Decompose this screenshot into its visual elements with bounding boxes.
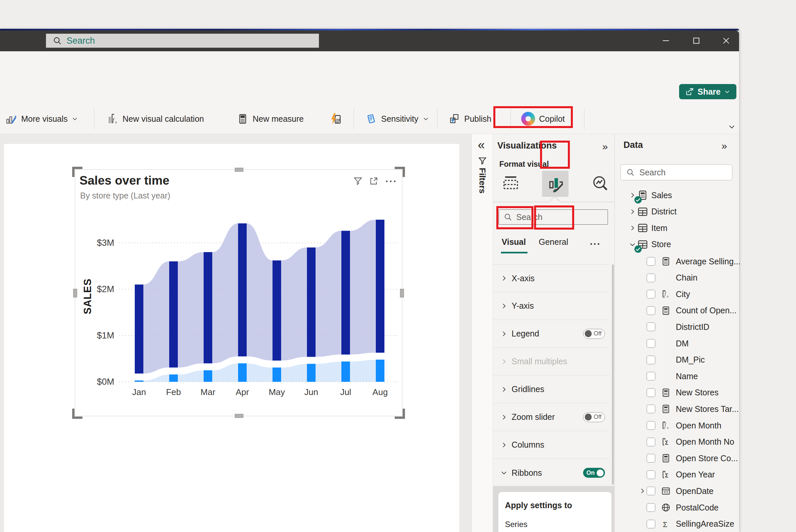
field-row[interactable]: ΣSellingAreaSize xyxy=(638,516,735,532)
field-row[interactable]: PostalCode xyxy=(638,499,719,515)
section-ribbons[interactable]: Ribbons On xyxy=(493,459,610,487)
tab-visual[interactable]: Visual xyxy=(502,237,526,247)
table-row[interactable]: Sales xyxy=(628,187,672,203)
scrollbar[interactable] xyxy=(612,264,614,485)
field-row[interactable]: OpenDate xyxy=(638,483,713,499)
section-legend[interactable]: Legend Off xyxy=(493,320,610,348)
field-row[interactable]: DM xyxy=(638,336,689,352)
section-x-axis[interactable]: X-axis xyxy=(493,264,610,292)
y-tick-label: $0M xyxy=(97,377,114,387)
field-row[interactable]: Average Selling... xyxy=(638,253,741,269)
section-gridlines[interactable]: Gridlines xyxy=(493,376,610,403)
field-row[interactable]: fxCity xyxy=(638,286,690,302)
sigma-icon: Σ xyxy=(661,519,671,529)
minimize-icon[interactable] xyxy=(660,35,671,46)
field-checkbox[interactable] xyxy=(647,290,655,299)
tab-general[interactable]: General xyxy=(539,237,568,247)
field-row[interactable]: ΣOpen Month No xyxy=(638,434,735,450)
field-checkbox[interactable] xyxy=(647,372,655,380)
field-name: DistrictID xyxy=(676,322,709,332)
more-options-icon[interactable] xyxy=(590,243,599,245)
legend-toggle[interactable]: Off xyxy=(583,329,605,339)
filters-pane-label: Filters xyxy=(477,168,487,193)
ribbon-chart-visual[interactable]: Sales over time By store type (Last year… xyxy=(75,170,402,416)
close-icon[interactable] xyxy=(721,35,732,46)
field-checkbox[interactable] xyxy=(647,306,655,315)
more-visuals-button[interactable]: More visuals xyxy=(5,104,78,133)
field-row[interactable]: Count of Open... xyxy=(638,303,736,319)
field-row[interactable]: DM_Pic xyxy=(638,352,705,368)
field-checkbox[interactable] xyxy=(647,438,655,446)
field-checkbox[interactable] xyxy=(647,273,655,282)
svg-text:Σ: Σ xyxy=(665,472,668,479)
quick-measure-button[interactable] xyxy=(329,104,342,133)
field-checkbox[interactable] xyxy=(647,388,655,397)
field-row[interactable]: DistrictID xyxy=(638,319,709,335)
publish-button[interactable]: Publish xyxy=(448,104,491,133)
section-zoom-slider[interactable]: Zoom slider Off xyxy=(493,403,610,431)
chevron-right-icon[interactable] xyxy=(628,208,637,215)
collapse-pane-icon[interactable]: « xyxy=(478,139,485,151)
field-row[interactable]: New Stores xyxy=(638,385,719,401)
format-visual-tab[interactable] xyxy=(542,171,568,197)
no-icon xyxy=(661,322,671,332)
field-checkbox[interactable] xyxy=(647,257,655,266)
ribbon-chart[interactable]: $0M$1M$2M$3MJanFebMarAprMayJunJulAugSALE… xyxy=(75,170,402,416)
chevron-right-icon xyxy=(500,414,508,421)
table-row[interactable]: Item xyxy=(628,220,668,236)
field-row[interactable]: New Stores Tar... xyxy=(638,401,739,417)
ribbons-settings-region: Apply settings to Series All xyxy=(493,486,614,532)
ribbons-toggle[interactable]: On xyxy=(583,468,605,478)
table-row[interactable]: Store xyxy=(628,236,671,252)
chevron-down-icon xyxy=(500,469,508,476)
data-pane: Data » Search SalesDistrictItemStoreAver… xyxy=(615,134,739,532)
field-checkbox[interactable] xyxy=(647,421,655,430)
field-name: Open Year xyxy=(676,470,715,479)
navy-bar xyxy=(238,223,247,356)
blue-bar xyxy=(272,367,281,382)
annotation-visual-tab xyxy=(496,206,533,229)
no-icon xyxy=(661,371,671,381)
analytics-tab[interactable] xyxy=(591,174,609,192)
report-canvas[interactable]: Sales over time By store type (Last year… xyxy=(4,144,459,532)
sensitivity-button[interactable]: Sensitivity xyxy=(365,104,429,133)
field-name: DM_Pic xyxy=(676,355,705,365)
field-checkbox[interactable] xyxy=(647,356,655,364)
field-checkbox[interactable] xyxy=(647,405,655,413)
chevron-right-icon[interactable] xyxy=(638,487,647,495)
section-y-axis[interactable]: Y-axis xyxy=(493,292,610,320)
new-measure-label: New measure xyxy=(253,114,304,124)
field-checkbox[interactable] xyxy=(647,471,655,479)
field-checkbox[interactable] xyxy=(647,323,655,331)
titlebar-search-input[interactable]: Search xyxy=(46,33,319,48)
build-visual-tab[interactable] xyxy=(501,174,519,192)
field-checkbox[interactable] xyxy=(647,503,655,512)
field-checkbox[interactable] xyxy=(647,454,655,462)
ribbon-chart-svg: $0M$1M$2M$3MJanFebMarAprMayJunJulAugSALE… xyxy=(75,170,402,416)
field-row[interactable]: Open Store Co... xyxy=(638,450,738,466)
chevron-right-icon[interactable] xyxy=(628,224,637,232)
field-checkbox[interactable] xyxy=(647,487,655,495)
collapse-ribbon-chevron-icon[interactable] xyxy=(728,123,736,131)
search-icon xyxy=(53,36,62,45)
field-row[interactable]: Name xyxy=(638,368,698,384)
section-columns[interactable]: Columns xyxy=(493,431,610,459)
chevron-right-icon xyxy=(500,386,508,393)
field-row[interactable]: ΣOpen Year xyxy=(638,467,715,483)
expand-pane-icon[interactable]: » xyxy=(602,141,608,152)
table-row[interactable]: District xyxy=(628,204,676,220)
new-measure-button[interactable]: New measure xyxy=(237,104,304,133)
table-name: Store xyxy=(651,240,671,249)
maximize-icon[interactable] xyxy=(691,35,702,46)
share-button[interactable]: Share xyxy=(679,84,736,99)
navy-bar xyxy=(272,260,281,361)
table-name: Item xyxy=(651,223,668,233)
toolbar-divider xyxy=(584,108,584,129)
field-row[interactable]: fxOpen Month xyxy=(638,418,722,433)
svg-text:x: x xyxy=(667,426,669,430)
zoom-slider-toggle[interactable]: Off xyxy=(583,412,605,422)
field-checkbox[interactable] xyxy=(647,339,655,348)
new-visual-calculation-button[interactable]: fx New visual calculation xyxy=(107,104,204,133)
field-checkbox[interactable] xyxy=(647,520,655,528)
field-row[interactable]: Chain xyxy=(638,270,697,286)
